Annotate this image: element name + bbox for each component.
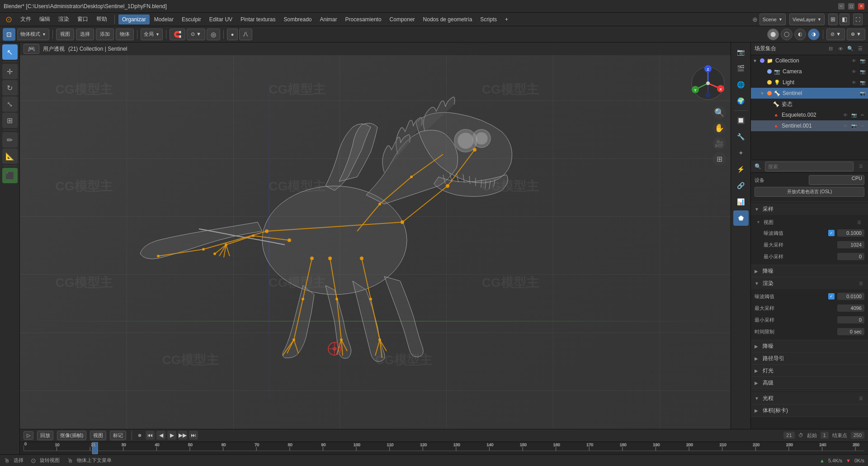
menu-modelar[interactable]: Modelar <box>151 14 177 24</box>
lang-btn[interactable]: 开放式着色语言 (OSL) <box>755 187 864 197</box>
menu-pintar[interactable]: Pintar texturas <box>237 14 279 24</box>
nav-camera-btn[interactable]: 🎥 <box>712 137 726 150</box>
prop-data-btn[interactable]: 📊 <box>733 194 749 209</box>
overlay-btn-2[interactable]: ⊘ ▼ <box>826 29 845 40</box>
nav-grid-btn[interactable]: ⊞ <box>712 152 726 166</box>
viewport-shading-solid[interactable]: ⬤ <box>767 29 779 40</box>
view-btn-timeline[interactable]: 视图 <box>90 431 106 440</box>
device-value[interactable]: CPU <box>809 175 865 185</box>
snap-type-btn[interactable]: ⊙ ▼ <box>187 29 205 40</box>
menu-animar[interactable]: Animar <box>316 14 341 24</box>
menu-file[interactable]: 文件 <box>17 14 35 25</box>
minimize-button[interactable]: − <box>838 3 844 10</box>
outline-item-camera[interactable]: 📷 Camera 👁 📷 <box>751 66 868 77</box>
transport-last[interactable]: ⏭ <box>189 431 198 440</box>
menu-sombreado[interactable]: Sombreado <box>280 14 315 24</box>
outline-item-collection[interactable]: ▼ 📁 Collection 👁 📷 <box>751 55 868 66</box>
tool-cursor[interactable]: ↖ <box>2 44 18 60</box>
frame-end[interactable]: 250 <box>851 432 864 439</box>
scene-selector[interactable]: Scene ▼ <box>760 14 786 25</box>
current-frame[interactable]: 21 <box>783 432 794 439</box>
menu-organizar[interactable]: Organizar <box>118 14 150 24</box>
outline-item-sentinel001[interactable]: 🔺 Sentinel.001 👁 📷 ✏ <box>751 120 868 131</box>
prop-world-btn[interactable]: 🌍 <box>733 93 749 109</box>
properties-menu-icon[interactable]: ☰ <box>857 163 864 170</box>
menu-scripts[interactable]: Scripts <box>476 14 500 24</box>
nav-pan-btn[interactable]: ✋ <box>712 121 726 135</box>
tool-add[interactable]: ⬛ <box>2 168 18 183</box>
menu-window[interactable]: 窗口 <box>74 14 92 25</box>
viewport-subsection[interactable]: ▼ 视图 ☰ <box>755 217 864 228</box>
view-layer-selector[interactable]: ViewLayer ▼ <box>789 14 825 25</box>
markers-btn[interactable]: 标记 <box>110 431 126 440</box>
select-btn[interactable]: 选择 <box>76 29 94 40</box>
outline-item-pose[interactable]: 🦴 姿态 <box>751 99 868 109</box>
object-btn[interactable]: 物体 <box>116 29 134 40</box>
menu-esculpir[interactable]: Esculpir <box>178 14 205 24</box>
maximize-button[interactable]: □ <box>848 3 854 10</box>
denoising2-header[interactable]: ▶ 降噪 <box>751 340 868 352</box>
proportional-btn[interactable]: ◎ <box>207 29 220 40</box>
noise-threshold-checkbox[interactable]: ✓ <box>828 230 835 236</box>
tool-measure[interactable]: 📐 <box>2 148 18 164</box>
tool-transform[interactable]: ⊞ <box>2 113 18 128</box>
outline-search-icon[interactable]: 🔍 <box>846 45 854 53</box>
noise-threshold-value[interactable]: 0.1000 <box>837 229 864 237</box>
path-guiding-header[interactable]: ▶ 路径导引 <box>751 352 868 364</box>
viewport-menu-icon[interactable]: ☰ <box>855 219 863 226</box>
prop-material-btn[interactable]: ⬟ <box>733 210 749 226</box>
sentinel001-eye[interactable]: 👁 <box>842 122 849 129</box>
volume-header[interactable]: ▶ 体积(标卡) <box>751 404 868 416</box>
prop-render-btn[interactable]: 📷 <box>733 44 749 60</box>
denoising-header[interactable]: ▶ 降噪 <box>751 265 868 277</box>
properties-search[interactable] <box>765 162 854 171</box>
gizmo-btn[interactable]: ⊕ ▼ <box>847 29 865 40</box>
menu-add[interactable]: + <box>501 14 512 24</box>
menu-nodos[interactable]: Nodos de geometría <box>420 14 476 24</box>
viewport-type-btn[interactable]: 🎮 <box>24 44 39 54</box>
editor-icon-2[interactable]: ◧ <box>840 14 849 25</box>
light-path-menu-icon[interactable]: ☰ <box>857 395 864 402</box>
timeline-ruler[interactable]: 0 10 21 30 40 50 60 <box>20 442 868 454</box>
sentinel001-edit[interactable]: ✏ <box>859 122 866 129</box>
outline-more-icon[interactable]: ☰ <box>856 45 864 53</box>
menu-edit[interactable]: 编辑 <box>36 14 54 25</box>
time-limit-value[interactable]: 0 sec <box>837 328 864 335</box>
esqueleto-eye[interactable]: 👁 <box>842 111 849 119</box>
viewport-shading-material[interactable]: ◯ <box>781 29 793 40</box>
transport-play[interactable]: ▶ <box>167 431 176 440</box>
tool-rotate[interactable]: ↻ <box>2 80 18 95</box>
outline-item-esqueleto[interactable]: 🔺 Esqueleto.002 👁 📷 ✏ <box>751 109 868 120</box>
menu-render[interactable]: 渲染 <box>55 14 73 25</box>
collection-eye[interactable]: 👁 <box>850 57 858 64</box>
render-menu-icon[interactable]: ☰ <box>857 280 864 287</box>
prop-renderlayer-btn[interactable]: 🎬 <box>733 61 749 76</box>
overlay-btn[interactable]: 八 <box>239 29 252 40</box>
outline-filter-icon[interactable]: ⊟ <box>826 45 835 53</box>
tool-annotate[interactable]: ✏ <box>2 132 18 147</box>
outline-eye-icon[interactable]: 👁 <box>836 45 844 53</box>
render-noise-checkbox[interactable]: ✓ <box>828 293 835 300</box>
blender-logo[interactable]: ⊙ <box>2 13 16 26</box>
camera-cam[interactable]: 📷 <box>859 68 866 75</box>
prop-particles-btn[interactable]: ✦ <box>733 145 749 161</box>
camera-eye[interactable]: 👁 <box>850 68 858 75</box>
menu-editar-uv[interactable]: Editar UV <box>206 14 236 24</box>
render-noise-value[interactable]: 0.0100 <box>837 293 864 300</box>
viewport-shading-rendered[interactable]: ◐ <box>794 29 806 40</box>
outline-item-light[interactable]: 💡 Light 👁 📷 <box>751 77 868 88</box>
frame-start[interactable]: 1 <box>821 432 829 439</box>
transport-next[interactable]: ▶▶ <box>178 431 187 440</box>
close-button[interactable]: ✕ <box>858 3 864 10</box>
viewport-shading-eevee[interactable]: ◑ <box>808 29 820 40</box>
render-max-value[interactable]: 4096 <box>837 304 864 312</box>
render-min-value[interactable]: 0 <box>837 316 864 323</box>
prop-scene-btn[interactable]: 🌐 <box>733 77 749 92</box>
advanced-header[interactable]: ▶ 高级 <box>751 377 868 389</box>
sentinel-cam[interactable]: 📷 <box>859 90 866 97</box>
mode-selector[interactable]: 物体模式 ▼ <box>17 29 49 40</box>
light-cam[interactable]: 📷 <box>859 79 866 86</box>
transform-orientation[interactable]: 全局 ▼ <box>141 29 163 40</box>
menu-help[interactable]: 帮助 <box>93 14 111 25</box>
nav-gizmo[interactable]: Z X Y <box>690 65 726 101</box>
